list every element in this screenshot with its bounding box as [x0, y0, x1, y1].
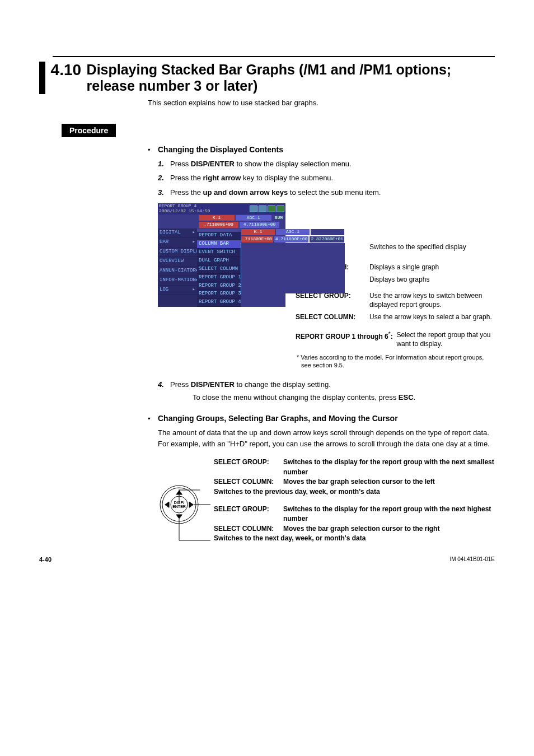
disp-icon — [250, 206, 257, 212]
text: to show the display selection menu. — [235, 160, 352, 168]
figure-footnote: * Varies according to the model. For inf… — [296, 353, 495, 370]
svg-marker-3 — [176, 491, 182, 494]
dpad-label-1: DISP/ — [174, 501, 184, 505]
ui-cell: .711000E+00 — [199, 222, 238, 228]
step-1: 1. Press DISP/ENTER to show the display … — [158, 158, 495, 170]
key-name: ESC — [399, 393, 414, 402]
key-name: right arrow — [203, 174, 241, 182]
time-icon — [259, 206, 266, 212]
ui-submenu: REPORT DATA COLUMN BAR EVENT SWITCH DUAL… — [197, 228, 241, 307]
callout-label: REPORT GROUP 1 through 6*: — [296, 330, 396, 348]
desc: Switches to the display for the report g… — [283, 505, 495, 524]
step-3: 3. Press the up and down arrow keys to s… — [158, 187, 495, 198]
ui-sub-item: REPORT DATA — [197, 232, 241, 240]
step-number: 1. — [158, 158, 170, 170]
ui-main: DIGITAL▸ BAR▸ CUSTOM DISPLAY▸ OVERVIEW A… — [158, 228, 285, 307]
text: Press the — [170, 188, 203, 197]
step-text: Press DISP/ENTER to change the display s… — [170, 379, 495, 403]
heading-bar — [39, 62, 45, 94]
label: SELECT GROUP: — [214, 505, 283, 524]
ui-sub-item: COLUMN BAR — [197, 240, 241, 249]
desc: Moves the bar graph selection cursor to … — [283, 524, 439, 534]
ui-sub-item: SELECT COLUMN — [197, 265, 241, 274]
ui-side-item: BAR▸ — [158, 238, 197, 248]
ui-cell: K-1 — [241, 229, 275, 235]
text: REPORT GROUP 1 through 6 — [296, 333, 388, 340]
document-code: IM 04L41B01-01E — [449, 556, 495, 563]
ui-side-item: ANNUN-CIATOR▸ — [158, 267, 197, 276]
text: Press the — [170, 174, 203, 182]
step-4: 4. Press DISP/ENTER to change the displa… — [158, 379, 495, 403]
step-2: 2. Press the right arrow key to display … — [158, 172, 495, 184]
section-number: 4.10 — [51, 62, 87, 79]
desc: Switches to the next day, week, or month… — [214, 534, 366, 543]
ui-side-item: DIGITAL▸ — [158, 228, 197, 238]
ui-side-menu: DIGITAL▸ BAR▸ CUSTOM DISPLAY▸ OVERVIEW A… — [158, 228, 197, 307]
subsection-1-title: Changing the Displayed Contents — [158, 145, 283, 154]
step-number: 2. — [158, 172, 170, 184]
ui-data-rows: K-1 AGC-1 SUM .711000E+00 4.711000E+00 — [158, 214, 285, 229]
text: key to display the submenu. — [241, 174, 333, 182]
step-text: Press DISP/ENTER to show the display sel… — [170, 158, 495, 170]
label: SELECT COLUMN: — [214, 524, 283, 534]
ui-value: 2.827080E+01 — [310, 236, 344, 242]
key-name: DISP/ENTER — [191, 160, 235, 168]
ui-cell: .711800E+00 — [241, 236, 273, 242]
ui-cell: K-1 — [199, 215, 235, 221]
ui-sub-item: REPORT GROUP 1 — [197, 274, 241, 282]
callout-desc: Use the arrow keys to switch between dis… — [369, 291, 495, 309]
text: . — [414, 393, 416, 402]
subsection-2-title: Changing Groups, Selecting Bar Graphs, a… — [158, 414, 398, 423]
text: to select the sub menu item. — [288, 188, 381, 197]
ui-side-item: OVERVIEW — [158, 257, 197, 267]
footnote-mark: * — [297, 354, 299, 361]
svg-marker-4 — [176, 515, 182, 519]
step-text: Press the up and down arrow keys to sele… — [170, 187, 495, 198]
ui-sub-item: DUAL GRAPH — [197, 257, 241, 265]
ui-cell: AGC-1 — [236, 215, 271, 221]
key-name: DISP/ENTER — [191, 380, 235, 389]
ui-side-item: INFOR-MATION▸ — [158, 276, 197, 286]
ui-cell: AGC-1 — [276, 229, 310, 235]
label: SELECT GROUP: — [214, 458, 283, 477]
ui-side-item: LOG▸ — [158, 286, 197, 295]
dpad-icon: DISP/ ENTER — [158, 483, 200, 526]
step-text: Press the right arrow key to display the… — [170, 172, 495, 184]
text: : — [391, 333, 393, 340]
device-figure: REPORT GROUP 4 2008/12/02 15:14:50 K-1 A… — [158, 203, 495, 369]
text: To close the menu without changing the d… — [193, 393, 399, 402]
svg-marker-5 — [165, 502, 169, 507]
page-number: 4-40 — [39, 556, 51, 563]
intro-text: This section explains how to use stacked… — [148, 99, 495, 107]
footnote-text: Varies according to the model. For infor… — [301, 354, 484, 368]
ui-titlebar: REPORT GROUP 4 2008/12/02 15:14:50 — [158, 203, 285, 214]
ui-sum-label: SUM — [273, 215, 285, 221]
device-screenshot: REPORT GROUP 4 2008/12/02 15:14:50 K-1 A… — [158, 203, 285, 307]
ui-sub-item: EVENT SWITCH — [197, 249, 241, 257]
camera-icon — [268, 206, 275, 212]
step-number: 4. — [158, 379, 170, 403]
svg-marker-6 — [189, 502, 193, 507]
callout-desc: Displays two graphs — [369, 275, 495, 284]
step-number: 3. — [158, 187, 170, 198]
ui-timestamp: 2008/12/02 15:14:50 — [159, 209, 210, 214]
bullet-icon: • — [148, 146, 158, 154]
dpad-descriptions: SELECT GROUP:Switches to the display for… — [214, 458, 495, 551]
text: Press — [170, 160, 191, 168]
label: SELECT COLUMN: — [214, 477, 283, 487]
text: Press — [170, 380, 191, 389]
procedure-label: Procedure — [62, 124, 116, 137]
callout-desc: Switches to the specified display — [369, 242, 495, 251]
ui-chart-area — [241, 243, 345, 293]
callout-desc: Displays a single graph — [369, 263, 495, 272]
ui-sub-item: REPORT GROUP 3 — [197, 290, 241, 298]
bullet-icon: • — [148, 414, 158, 423]
dpad-figure: DISP/ ENTER SELECT GROUP:Switches to the… — [158, 458, 495, 551]
dpad-up-block: SELECT GROUP:Switches to the display for… — [214, 458, 495, 497]
subsection-1: • Changing the Displayed Contents — [148, 145, 495, 158]
key-name: up and down arrow keys — [203, 188, 288, 197]
desc: Moves the bar graph selection cursor to … — [283, 477, 435, 487]
desc: Switches to the previous day, week, or m… — [214, 487, 380, 497]
dpad-label-2: ENTER — [172, 505, 186, 508]
subsection-2-para: The amount of data that the up and down … — [158, 427, 495, 450]
